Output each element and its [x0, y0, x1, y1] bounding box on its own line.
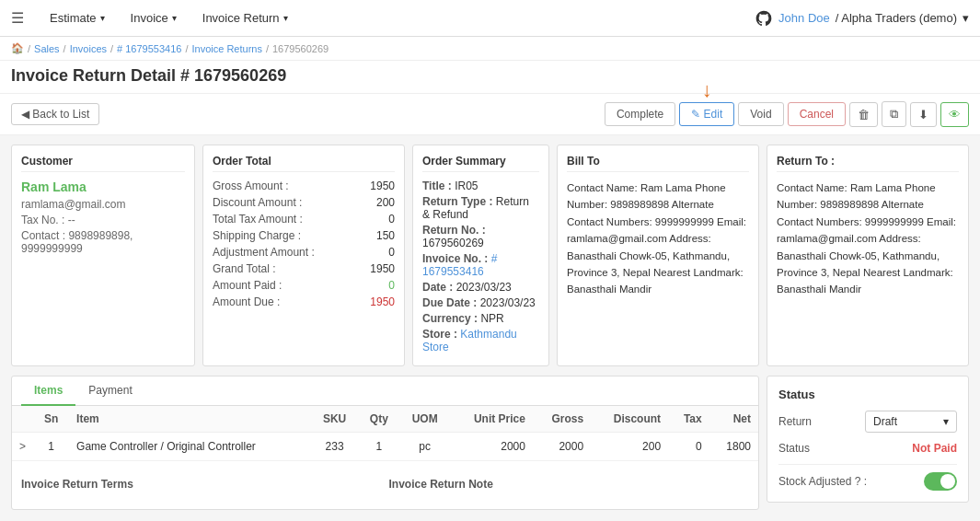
action-buttons: Complete ↓ ✎ Edit Void Cancel 🗑 ⧉ ⬇ 👁	[605, 101, 969, 127]
col-sn: Sn	[33, 406, 69, 433]
cancel-button[interactable]: Cancel	[788, 102, 846, 126]
amount-paid-row: Amount Paid : 0	[213, 279, 395, 292]
void-button[interactable]: Void	[738, 102, 783, 126]
col-net: Net	[709, 406, 758, 433]
edit-arrow-indicator: ↓	[702, 80, 712, 100]
edit-button[interactable]: ✎ Edit	[679, 102, 734, 126]
gross-amount-row: Gross Amount : 1950	[213, 179, 395, 192]
order-summary-title: Order Summary	[422, 155, 539, 172]
bill-to-title: Bill To	[567, 155, 749, 172]
user-name: John Doe	[778, 11, 830, 25]
hamburger-icon[interactable]: ☰	[11, 9, 24, 27]
summary-store-row: Store : Kathmandu Store	[422, 328, 539, 353]
complete-button[interactable]: Complete	[605, 102, 675, 126]
status-card: Status Return Draft ▾ Status Not Paid St…	[767, 376, 969, 503]
invoice-return-note-card: Invoice Return Note	[389, 478, 750, 494]
bottom-section: Items Payment Sn Item SKU Qty UOM Unit P…	[11, 376, 969, 510]
terms-label: Invoice Return Terms	[21, 478, 382, 491]
bill-to-card: Bill To Contact Name: Ram Lama Phone Num…	[557, 145, 759, 366]
breadcrumb: 🏠 / Sales / Invoices / # 1679553416 / In…	[0, 37, 980, 61]
row-expand-btn[interactable]: >	[12, 433, 33, 461]
table-row: > 1 Game Controller / Original Controlle…	[12, 433, 758, 461]
nav-items: Estimate ▾ Invoice ▾ Invoice Return ▾	[39, 4, 755, 32]
user-company: / Alpha Traders (demo)	[836, 11, 957, 25]
col-sku: SKU	[311, 406, 359, 433]
main-content: Customer Ram Lama ramlama@gmail.com Tax …	[0, 135, 980, 519]
row-item: Game Controller / Original Controller	[69, 433, 311, 461]
home-icon[interactable]: 🏠	[11, 42, 24, 54]
return-select[interactable]: Draft ▾	[865, 411, 957, 433]
items-table: Sn Item SKU Qty UOM Unit Price Gross Dis…	[12, 406, 758, 461]
top-navigation: ☰ Estimate ▾ Invoice ▾ Invoice Return ▾ …	[0, 0, 980, 37]
view-button[interactable]: 👁	[940, 102, 969, 127]
return-to-text: Contact Name: Ram Lama Phone Number: 989…	[777, 179, 959, 298]
status-panel: Status Return Draft ▾ Status Not Paid St…	[767, 376, 969, 510]
status-title: Status	[778, 388, 957, 401]
breadcrumb-invoice-number[interactable]: # 1679553416	[117, 43, 181, 54]
separator: /	[28, 43, 30, 54]
order-total-card: Order Total Gross Amount : 1950 Discount…	[202, 145, 405, 366]
return-select-value: Draft	[873, 415, 897, 428]
adjustment-row: Adjustment Amount : 0	[213, 246, 395, 259]
stock-adjusted-toggle[interactable]	[924, 472, 957, 491]
row-qty: 1	[358, 433, 399, 461]
return-status-row: Return Draft ▾	[778, 411, 957, 433]
separator: /	[266, 43, 269, 54]
payment-status-row: Status Not Paid	[778, 442, 957, 455]
col-item: Item	[69, 406, 311, 433]
stock-adjusted-row: Stock Adjusted ? :	[778, 464, 957, 491]
tab-items[interactable]: Items	[21, 376, 75, 406]
summary-invoice-no-row: Invoice No. : # 1679553416	[422, 252, 539, 278]
separator: /	[185, 43, 188, 54]
delete-button[interactable]: 🗑	[849, 102, 878, 127]
nav-estimate[interactable]: Estimate ▾	[39, 4, 116, 32]
row-discount: 200	[591, 433, 668, 461]
col-expand	[12, 406, 33, 433]
back-to-list-button[interactable]: ◀ Back to List	[11, 103, 99, 125]
col-tax: Tax	[668, 406, 709, 433]
col-unit-price: Unit Price	[450, 406, 533, 433]
invoice-return-terms-card: Invoice Return Terms	[21, 478, 382, 494]
breadcrumb-invoices[interactable]: Invoices	[70, 43, 107, 54]
summary-currency-row: Currency : NPR	[422, 312, 539, 325]
customer-email: ramlama@gmail.com	[21, 198, 185, 211]
summary-return-type-row: Return Type : Return & Refund	[422, 195, 539, 221]
row-unit-price: 2000	[450, 433, 533, 461]
nav-invoice[interactable]: Invoice ▾	[120, 4, 188, 32]
return-label: Return	[778, 415, 812, 428]
order-summary-card: Order Summary Title : IR05 Return Type :…	[412, 145, 549, 366]
row-gross: 2000	[533, 433, 591, 461]
customer-contact: Contact : 9898989898, 9999999999	[21, 229, 185, 255]
download-button[interactable]: ⬇	[910, 102, 937, 127]
return-to-title: Return To :	[777, 155, 959, 172]
breadcrumb-invoice-returns[interactable]: Invoice Returns	[192, 43, 262, 54]
tabs: Items Payment	[12, 376, 758, 406]
col-uom: UOM	[399, 406, 450, 433]
chevron-down-icon: ▾	[100, 13, 105, 23]
breadcrumb-sales[interactable]: Sales	[34, 43, 60, 54]
separator: /	[110, 43, 113, 54]
user-menu[interactable]: John Doe / Alpha Traders (demo) ▾	[755, 9, 969, 28]
info-grid: Customer Ram Lama ramlama@gmail.com Tax …	[11, 145, 969, 366]
status-label: Status	[778, 442, 810, 455]
nav-invoice-return[interactable]: Invoice Return ▾	[191, 4, 299, 32]
row-net: 1800	[709, 433, 758, 461]
col-discount: Discount	[591, 406, 668, 433]
copy-button[interactable]: ⧉	[882, 101, 906, 127]
chevron-down-icon: ▾	[172, 13, 177, 23]
amount-due-row: Amount Due : 1950	[213, 295, 395, 308]
row-tax: 0	[668, 433, 709, 461]
separator: /	[63, 43, 66, 54]
row-uom: pc	[399, 433, 450, 461]
row-sku: 233	[311, 433, 359, 461]
breadcrumb-current: 1679560269	[272, 43, 329, 54]
page-title: Invoice Return Detail # 1679560269	[11, 66, 969, 86]
tab-payment[interactable]: Payment	[75, 376, 144, 406]
action-bar: ◀ Back to List Complete ↓ ✎ Edit Void Ca…	[0, 94, 980, 135]
note-label: Invoice Return Note	[389, 478, 750, 491]
items-payment-panel: Items Payment Sn Item SKU Qty UOM Unit P…	[11, 376, 759, 510]
summary-date-row: Date : 2023/03/23	[422, 281, 539, 294]
row-sn: 1	[33, 433, 69, 461]
chevron-down-icon: ▾	[283, 13, 288, 23]
customer-tax: Tax No. : --	[21, 214, 185, 226]
